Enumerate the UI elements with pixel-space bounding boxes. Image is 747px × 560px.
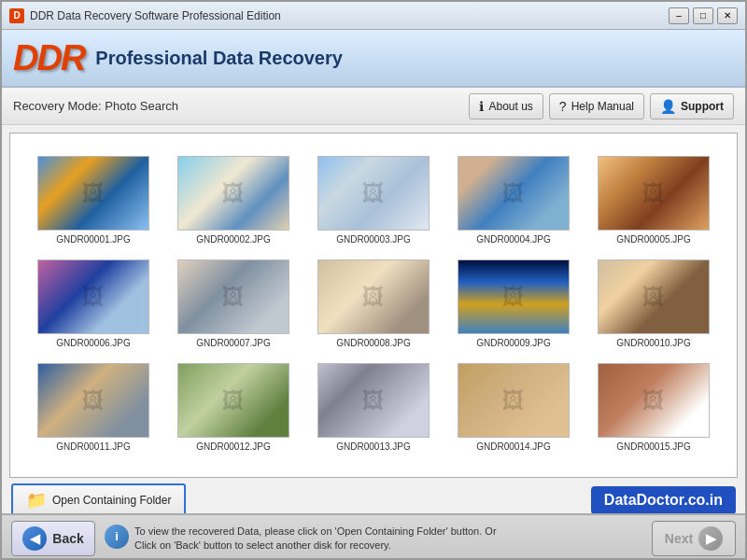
close-button[interactable]: ✕	[717, 7, 738, 24]
list-item[interactable]: GNDR00007.JPG	[163, 252, 303, 356]
header: DDR Professional Data Recovery	[2, 30, 745, 88]
photo-thumbnail	[458, 259, 570, 334]
window-controls[interactable]: – □ ✕	[669, 7, 738, 24]
photo-filename: GNDR00008.JPG	[336, 338, 410, 348]
info-icon: ℹ	[479, 99, 484, 114]
help-icon: ?	[559, 99, 567, 114]
list-item[interactable]: GNDR00010.JPG	[584, 252, 724, 356]
app-icon: D	[9, 8, 24, 23]
navigation-bar: ◀ Back i To view the recovered Data, ple…	[2, 513, 745, 560]
photo-thumbnail	[177, 363, 289, 438]
photo-filename: GNDR00004.JPG	[476, 234, 550, 245]
minimize-button[interactable]: –	[669, 7, 689, 24]
list-item[interactable]: GNDR00005.JPG	[584, 148, 724, 252]
list-item[interactable]: GNDR00012.JPG	[163, 356, 303, 459]
back-button[interactable]: ◀ Back	[11, 521, 95, 556]
photo-filename: GNDR00006.JPG	[56, 338, 130, 348]
photo-grid: GNDR00001.JPGGNDR00002.JPGGNDR00003.JPGG…	[14, 139, 733, 469]
photo-filename: GNDR00014.JPG	[476, 441, 550, 452]
photo-thumbnail	[458, 156, 570, 231]
next-arrow-icon: ▶	[698, 526, 723, 551]
photo-thumbnail	[37, 363, 149, 438]
list-item[interactable]: GNDR00006.JPG	[23, 252, 163, 356]
list-item[interactable]: GNDR00002.JPG	[163, 148, 303, 252]
list-item[interactable]: GNDR00013.JPG	[303, 356, 444, 459]
photo-filename: GNDR00013.JPG	[336, 441, 410, 452]
help-manual-button[interactable]: ? Help Manual	[549, 93, 644, 119]
list-item[interactable]: GNDR00003.JPG	[303, 148, 444, 252]
list-item[interactable]: GNDR00014.JPG	[444, 356, 584, 459]
toolbar: Recovery Mode: Photo Search ℹ About us ?…	[2, 88, 745, 125]
recovery-mode-label: Recovery Mode: Photo Search	[13, 99, 178, 113]
photo-thumbnail	[317, 156, 430, 231]
photo-filename: GNDR00015.JPG	[616, 441, 690, 452]
title-bar: D DDR Data Recovery Software Professiona…	[2, 2, 745, 30]
photo-thumbnail	[598, 259, 710, 334]
list-item[interactable]: GNDR00009.JPG	[444, 252, 584, 356]
list-item[interactable]: GNDR00004.JPG	[444, 148, 584, 252]
photo-filename: GNDR00012.JPG	[196, 441, 270, 452]
photo-scroll-area[interactable]: GNDR00001.JPGGNDR00002.JPGGNDR00003.JPGG…	[10, 133, 737, 477]
photo-thumbnail	[37, 259, 149, 334]
photo-thumbnail	[598, 156, 710, 231]
info-circle-icon: i	[105, 525, 129, 549]
window-title: DDR Data Recovery Software Professional …	[30, 9, 281, 22]
next-button[interactable]: Next ▶	[652, 521, 736, 556]
photo-filename: GNDR00011.JPG	[56, 441, 130, 452]
recovery-mode-value: Photo Search	[105, 99, 178, 113]
photo-filename: GNDR00010.JPG	[616, 338, 690, 348]
photo-thumbnail	[177, 156, 289, 231]
info-area: i To view the recovered Data, please cli…	[105, 525, 642, 553]
photo-thumbnail	[317, 259, 430, 334]
photo-filename: GNDR00009.JPG	[476, 338, 550, 348]
photo-thumbnail	[458, 363, 570, 438]
app-title: Professional Data Recovery	[95, 48, 343, 69]
photo-filename: GNDR00001.JPG	[56, 234, 130, 245]
content-area: GNDR00001.JPGGNDR00002.JPGGNDR00003.JPGG…	[9, 133, 738, 478]
ddr-logo: DDR	[13, 38, 84, 78]
photo-thumbnail	[37, 156, 149, 231]
toolbar-buttons: ℹ About us ? Help Manual 👤 Support	[469, 93, 734, 119]
photo-filename: GNDR00002.JPG	[196, 234, 270, 245]
list-item[interactable]: GNDR00008.JPG	[303, 252, 444, 356]
list-item[interactable]: GNDR00001.JPG	[23, 148, 163, 252]
photo-filename: GNDR00003.JPG	[336, 234, 410, 245]
maximize-button[interactable]: □	[693, 7, 713, 24]
list-item[interactable]: GNDR00015.JPG	[584, 356, 724, 459]
open-containing-folder-button[interactable]: 📁 Open Containing Folder	[11, 483, 186, 517]
info-text: To view the recovered Data, please click…	[134, 525, 642, 553]
photo-thumbnail	[317, 363, 430, 438]
photo-filename: GNDR00005.JPG	[616, 234, 690, 245]
datadoctor-badge: DataDoctor.co.in	[591, 486, 736, 514]
photo-thumbnail	[177, 259, 289, 334]
about-us-button[interactable]: ℹ About us	[469, 93, 543, 119]
support-icon: 👤	[660, 99, 676, 114]
list-item[interactable]: GNDR00011.JPG	[23, 356, 163, 459]
photo-thumbnail	[598, 363, 710, 438]
folder-icon: 📁	[26, 490, 47, 511]
photo-filename: GNDR00007.JPG	[196, 338, 270, 348]
back-arrow-icon: ◀	[22, 526, 47, 551]
support-button[interactable]: 👤 Support	[650, 93, 734, 119]
